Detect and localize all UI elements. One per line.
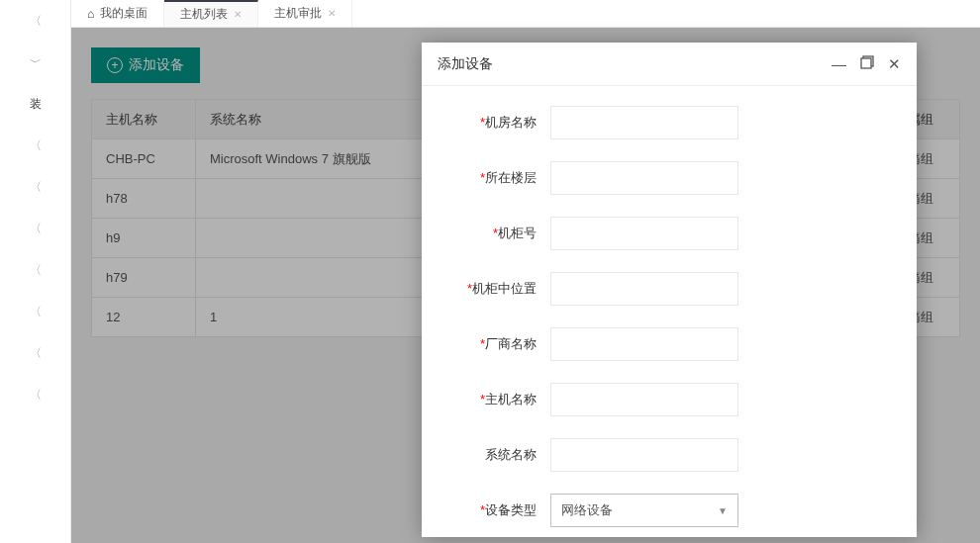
maximize-icon[interactable]	[860, 55, 874, 73]
tab-bar: ⌂ 我的桌面 主机列表 ✕ 主机审批 ✕	[71, 0, 980, 28]
sidenav-expand-1[interactable]: ﹀	[0, 42, 70, 83]
label-host-name: *主机名称	[422, 391, 550, 408]
form-row-device-type: *设备类型 网络设备 ▼	[422, 494, 887, 527]
chevron-left-icon: 〈	[30, 345, 42, 362]
device-type-select[interactable]: 网络设备 ▼	[550, 494, 738, 527]
tab-label: 主机审批	[274, 5, 322, 22]
tab-host-list[interactable]: 主机列表 ✕	[164, 0, 258, 27]
form-row-cabinet-no: *机柜号	[422, 217, 887, 250]
sidenav-collapse-7[interactable]: 〈	[0, 332, 70, 374]
modal-header: 添加设备 — ✕	[422, 43, 917, 86]
floor-input[interactable]	[550, 161, 738, 195]
form-row-vendor: *厂商名称	[422, 327, 887, 361]
tab-label: 主机列表	[180, 6, 228, 23]
chevron-left-icon: 〈	[30, 304, 42, 320]
form-row-host-name: *主机名称	[422, 383, 887, 416]
sidenav-item-label: 装	[30, 96, 42, 113]
form-row-system-name: 系统名称	[422, 438, 887, 472]
chevron-left-icon: 〈	[30, 13, 42, 30]
cabinet-pos-input[interactable]	[550, 272, 738, 306]
tab-desktop[interactable]: ⌂ 我的桌面	[71, 0, 164, 27]
chevron-left-icon: 〈	[30, 262, 42, 279]
close-icon[interactable]: ✕	[328, 8, 336, 19]
tab-label: 我的桌面	[100, 5, 147, 22]
label-cabinet-no: *机柜号	[422, 225, 550, 242]
chevron-down-icon: ▼	[718, 505, 728, 516]
modal-title: 添加设备	[438, 55, 832, 73]
maximize-svg	[860, 55, 874, 69]
cabinet-no-input[interactable]	[550, 217, 738, 250]
select-value: 网络设备	[561, 501, 613, 519]
chevron-left-icon: 〈	[30, 387, 42, 404]
close-icon[interactable]: ✕	[888, 55, 901, 73]
add-device-modal: 添加设备 — ✕ *机房名称 *所在楼层 *机柜号 *机柜中位置 *厂商名称	[422, 43, 917, 537]
home-icon: ⌂	[87, 7, 94, 21]
side-nav: 〈 ﹀ 装 〈 〈 〈 〈 〈 〈 〈	[0, 0, 71, 543]
label-system-name: 系统名称	[422, 446, 550, 464]
label-floor: *所在楼层	[422, 169, 550, 187]
form-row-floor: *所在楼层	[422, 161, 887, 195]
sidenav-item-install[interactable]: 装	[0, 83, 70, 125]
chevron-left-icon: 〈	[30, 179, 42, 196]
room-name-input[interactable]	[550, 106, 738, 139]
close-icon[interactable]: ✕	[234, 9, 242, 20]
sidenav-collapse-4[interactable]: 〈	[0, 208, 70, 249]
label-vendor: *厂商名称	[422, 335, 550, 353]
form-row-cabinet-pos: *机柜中位置	[422, 272, 887, 306]
svg-rect-1	[861, 58, 871, 68]
host-name-input[interactable]	[550, 383, 738, 416]
form-row-room-name: *机房名称	[422, 106, 887, 139]
vendor-input[interactable]	[550, 327, 738, 361]
modal-body: *机房名称 *所在楼层 *机柜号 *机柜中位置 *厂商名称 *主机名称 系统名称	[422, 86, 917, 537]
sidenav-collapse-5[interactable]: 〈	[0, 249, 70, 291]
sidenav-collapse-3[interactable]: 〈	[0, 166, 70, 208]
chevron-left-icon: 〈	[30, 137, 42, 154]
tab-host-approval[interactable]: 主机审批 ✕	[258, 0, 352, 27]
chevron-left-icon: 〈	[30, 221, 42, 237]
label-device-type: *设备类型	[422, 501, 550, 519]
label-cabinet-pos: *机柜中位置	[422, 280, 550, 298]
minimize-icon[interactable]: —	[832, 55, 846, 73]
sidenav-collapse-2[interactable]: 〈	[0, 125, 70, 166]
sidenav-collapse-1[interactable]: 〈	[0, 0, 70, 42]
sidenav-collapse-8[interactable]: 〈	[0, 374, 70, 415]
system-name-input[interactable]	[550, 438, 738, 472]
chevron-down-icon: ﹀	[30, 54, 42, 71]
sidenav-collapse-6[interactable]: 〈	[0, 291, 70, 332]
label-room-name: *机房名称	[422, 114, 550, 132]
